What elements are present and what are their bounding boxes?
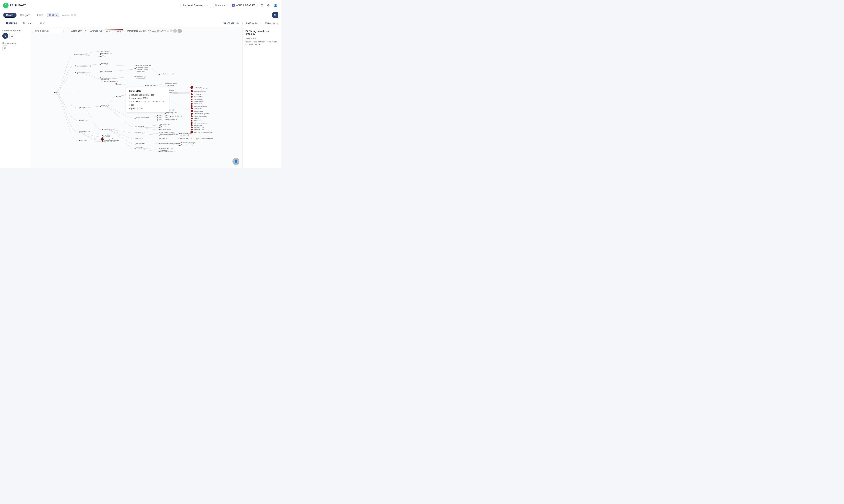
- svg-point-17: [100, 71, 101, 72]
- svg-point-136: [191, 96, 193, 98]
- svg-text:megakaryocyte: megakaryocyte: [102, 53, 112, 54]
- gtex-tab[interactable]: GTEx v8: [20, 20, 35, 26]
- sub-header: BioTuring GTEx v8 TCGA 54,970,994 cells …: [0, 19, 281, 27]
- svg-text:follicular B cell: follicular B cell: [167, 82, 176, 84]
- bioturing-tab[interactable]: BioTuring: [3, 20, 20, 26]
- close-icon[interactable]: ×: [56, 14, 57, 16]
- cell-type-tree[interactable]: cell blood cell connective tissue cell e…: [31, 34, 243, 168]
- svg-text:IgM plasma cell: IgM plasma cell: [160, 128, 171, 130]
- svg-text:T cell: T cell: [127, 105, 131, 107]
- tree-canvas[interactable]: Zoom 100% ▼ Average rank 2056.89 4696.87…: [31, 27, 243, 168]
- svg-point-164: [191, 129, 193, 130]
- svg-text:fibroblast: fibroblast: [102, 63, 108, 65]
- svg-text:central memory cytotoxic T: central memory cytotoxic T: [194, 113, 210, 114]
- svg-point-11: [100, 53, 101, 54]
- svg-point-113: [159, 148, 160, 149]
- svg-text:leukocyte: leukocyte: [80, 107, 87, 108]
- cd3d-tag: CD3D ×: [47, 13, 59, 17]
- search-button[interactable]: 🔍: [272, 12, 278, 18]
- svg-text:IgA plasma cell: IgA plasma cell: [160, 124, 170, 126]
- left-panel: Expression profile ⊕ ☰ Co-expression ⊞: [0, 27, 31, 168]
- svg-point-158: [191, 122, 193, 124]
- description-label: Description: [245, 37, 279, 39]
- gene-tab[interactable]: Genes: [3, 13, 17, 18]
- svg-text:group 1 innate: group 1 innate: [158, 114, 168, 116]
- svg-point-166: [190, 131, 193, 133]
- svg-text:endothelial cell of: endothelial cell of: [136, 68, 148, 70]
- svg-text:CD8-positive,: CD8-positive,: [194, 120, 202, 122]
- coexpression-icons: ⊞: [2, 46, 29, 51]
- svg-line-170: [159, 95, 188, 109]
- svg-text:monocyte: monocyte: [136, 147, 143, 149]
- species-dropdown[interactable]: Human ▼: [213, 3, 228, 8]
- svg-text:granulocyte: granulocyte: [136, 138, 144, 139]
- svg-point-101: [159, 139, 160, 139]
- svg-point-84: [157, 118, 158, 119]
- venn-icon-button[interactable]: ⊙: [260, 3, 264, 8]
- svg-text:neutrophil: neutrophil: [160, 138, 167, 139]
- expression-icons: ⊕ ☰: [2, 33, 29, 39]
- svg-text:alpha/beta T cell: alpha/beta T cell: [194, 127, 204, 128]
- rank-min: 2056.89: [104, 31, 110, 33]
- svg-point-94: [159, 132, 160, 133]
- stats-area: 54,970,994 cells | 1,013 studies | 358 c…: [223, 22, 278, 24]
- user-button[interactable]: 👤: [273, 3, 278, 8]
- svg-point-111: [179, 145, 180, 146]
- tcga-tab[interactable]: TCGA: [35, 20, 48, 26]
- libraries-button[interactable]: ⊕ YOUR LIBRARIES: [230, 3, 257, 8]
- svg-point-51: [79, 131, 80, 132]
- svg-text:germ cell: germ cell: [80, 139, 87, 141]
- svg-text:alpha-beta intraepithelial T c: alpha-beta intraepithelial T cell: [194, 131, 212, 133]
- svg-text:CD4-positive,: CD4-positive,: [194, 103, 202, 105]
- svg-point-3: [74, 54, 75, 55]
- svg-text:myeloid leukocyte: myeloid leukocyte: [103, 128, 116, 130]
- svg-text:regulatory T cell: regulatory T cell: [166, 112, 177, 113]
- svg-text:hepatocyte: hepatocyte: [102, 79, 109, 80]
- dataset-dropdown[interactable]: Single-cell RNA sequ... ▼: [180, 3, 211, 8]
- svg-point-78: [165, 113, 166, 113]
- svg-point-45: [135, 143, 135, 144]
- header-right: Single-cell RNA sequ... ▼ Human ▼ ⊕ YOUR…: [180, 3, 278, 8]
- svg-text:natural killer cell: natural killer cell: [171, 115, 182, 117]
- svg-point-92: [159, 129, 160, 130]
- coexp-icon-button[interactable]: ⊞: [2, 46, 8, 51]
- studies-tab[interactable]: Studies: [34, 13, 45, 17]
- svg-point-76: [165, 110, 166, 111]
- svg-point-126: [135, 76, 135, 77]
- svg-text:squamous epithelial cell: squamous epithelial cell: [102, 80, 118, 82]
- svg-point-73: [160, 90, 165, 94]
- svg-point-148: [191, 110, 193, 112]
- canvas-controls: Zoom 100% ▼ Average rank 2056.89 4696.87…: [31, 29, 243, 33]
- svg-text:keratinocyte: keratinocyte: [117, 83, 125, 85]
- coexpression-label: Co-expression: [2, 42, 29, 44]
- cell-types-tab[interactable]: Cell types: [18, 13, 32, 17]
- svg-text:spermatogonium: spermatogonium: [103, 140, 115, 142]
- description-text: Relationships between cell types are inh…: [245, 40, 279, 46]
- network-icon-button[interactable]: ⊕: [2, 33, 8, 39]
- svg-text:group 3 innate lymphoid cell: group 3 innate lymphoid cell: [158, 119, 177, 120]
- svg-text:endothelial stalk cell: endothelial stalk cell: [160, 73, 174, 75]
- svg-point-7: [75, 72, 76, 73]
- svg-point-53: [79, 140, 80, 141]
- svg-text:hematopoietic: hematopoietic: [104, 138, 114, 140]
- svg-text:follicular helper cell: follicular helper cell: [194, 91, 206, 92]
- svg-text:dendritic cell: dendritic cell: [136, 131, 145, 133]
- table-icon-button[interactable]: ☰: [9, 33, 15, 39]
- pct-circle-sm: [167, 30, 169, 32]
- svg-point-88: [159, 125, 160, 126]
- svg-text:alpha-beta T cell: alpha-beta T cell: [154, 93, 166, 95]
- svg-point-41: [135, 132, 135, 133]
- find-cell-input[interactable]: [33, 29, 64, 33]
- zoom-dropdown-icon[interactable]: ▼: [85, 30, 86, 32]
- svg-point-65: [145, 85, 146, 86]
- svg-point-105: [196, 138, 198, 140]
- svg-text:pleural macrophage: pleural macrophage: [180, 144, 194, 146]
- settings-button[interactable]: ⚙: [266, 3, 271, 8]
- pct-circle-md: [170, 30, 172, 32]
- svg-point-67: [145, 88, 146, 89]
- svg-point-27: [100, 106, 101, 107]
- svg-text:naive T cell: naive T cell: [166, 109, 174, 111]
- svg-text:non-classical monocyte: non-classical monocyte: [160, 150, 176, 152]
- right-panel: BioTuring data-driven ontology Descripti…: [243, 27, 281, 168]
- svg-text:precursor B cell: precursor B cell: [146, 87, 157, 89]
